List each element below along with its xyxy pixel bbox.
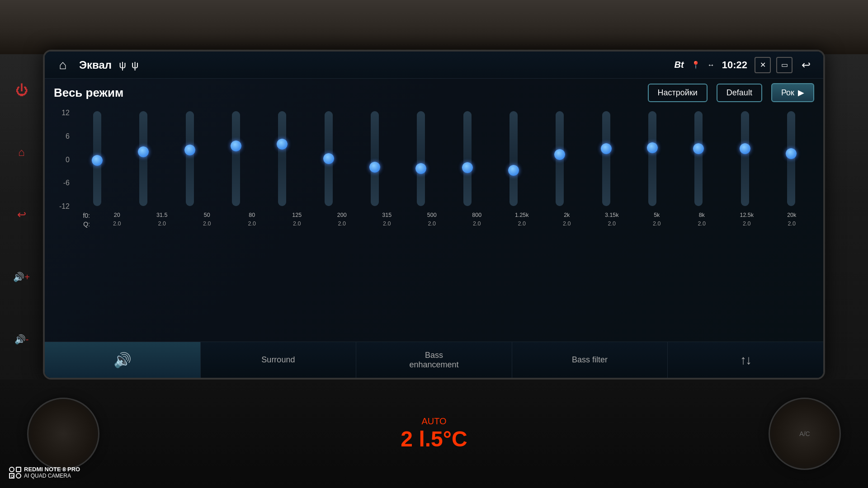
eq-band-12.5k[interactable] xyxy=(722,107,768,211)
scale-12: 12 xyxy=(54,109,70,117)
slider-track-8k[interactable] xyxy=(694,111,703,206)
nav-right-icons: ✕ ▭ ↩ xyxy=(755,57,814,73)
scale-0: 0 xyxy=(54,156,70,164)
eq-bands-area: f0: 2031.550801252003155008001.25k2k3.15… xyxy=(74,107,814,338)
slider-thumb-80 xyxy=(231,141,241,151)
tab-equalizer[interactable]: 🔊 xyxy=(45,342,201,378)
bluetooth-icon: Bt xyxy=(675,60,684,70)
eq-band-8k[interactable] xyxy=(675,107,722,211)
window-button[interactable]: ▭ xyxy=(776,57,793,73)
tab-surround[interactable]: Surround xyxy=(201,342,357,378)
eq-band-500[interactable] xyxy=(398,107,444,211)
slider-thumb-125 xyxy=(277,139,288,150)
home-nav-icon[interactable]: ⌂ xyxy=(54,56,72,74)
slider-track-31.5[interactable] xyxy=(139,111,147,206)
eq-scale: 12 6 0 -6 -12 xyxy=(54,107,74,211)
left-dial[interactable] xyxy=(27,398,99,470)
slider-thumb-31.5 xyxy=(138,146,149,157)
slider-track-3.15k[interactable] xyxy=(602,111,610,206)
freq-label-2k: 2k xyxy=(544,212,590,219)
slider-track-200[interactable] xyxy=(325,111,333,206)
eq-band-31.5[interactable] xyxy=(120,107,166,211)
freq-label-5k: 5k xyxy=(634,212,679,219)
slider-track-12.5k[interactable] xyxy=(741,111,749,206)
preset-button[interactable]: Рок ▶ xyxy=(771,83,814,102)
eq-band-50[interactable] xyxy=(167,107,213,211)
q-label-12.5k: 2.0 xyxy=(724,221,769,228)
q-label-200: 2.0 xyxy=(320,221,365,228)
slider-track-20[interactable] xyxy=(93,111,101,206)
eq-band-800[interactable] xyxy=(444,107,491,211)
center-display: AUTO 2 l.5°C xyxy=(401,416,467,451)
preset-label: Рок xyxy=(781,88,794,98)
slider-track-20k[interactable] xyxy=(787,111,795,206)
volume-up-button[interactable]: 🔊+ xyxy=(10,266,33,288)
slider-track-500[interactable] xyxy=(417,111,425,206)
q-label-20: 2.0 xyxy=(94,221,140,228)
eq-controls-row: Весь режим Настройки Default Рок ▶ xyxy=(54,83,814,102)
freq-label-1.25k: 1.25k xyxy=(500,212,545,219)
q-label-31.5: 2.0 xyxy=(140,221,185,228)
slider-thumb-1.25k xyxy=(508,165,519,176)
nav-bar: ⌂ Эквал ψ ψ Bt 📍 ↔ 10:22 ✕ ▭ ↩ xyxy=(45,52,823,79)
scale-neg12: -12 xyxy=(54,202,70,211)
slider-track-315[interactable] xyxy=(371,111,379,206)
tab-bass-enhancement[interactable]: Bassenhancement xyxy=(356,342,512,378)
freq-label-20: 20 xyxy=(94,212,140,219)
eq-tab-icon: 🔊 xyxy=(113,352,132,369)
q-label-5k: 2.0 xyxy=(634,221,679,228)
slider-thumb-3.15k xyxy=(601,143,612,154)
freq-label-12.5k: 12.5k xyxy=(724,212,769,219)
slider-track-80[interactable] xyxy=(232,111,240,206)
nav-icon-2[interactable]: ψ xyxy=(132,59,139,71)
right-dial[interactable]: A/C xyxy=(769,398,841,470)
surround-label: Surround xyxy=(261,355,295,365)
settings-eq-icon: ↑↓ xyxy=(740,353,751,367)
watermark-line2: AI QUAD CAMERA xyxy=(24,473,80,479)
eq-band-1.25k[interactable] xyxy=(491,107,537,211)
slider-track-50[interactable] xyxy=(186,111,194,206)
volume-down-button[interactable]: 🔊- xyxy=(10,328,33,351)
eq-band-20k[interactable] xyxy=(768,107,814,211)
q-label-50: 2.0 xyxy=(184,221,230,228)
nav-left: ⌂ Эквал ψ ψ xyxy=(54,56,675,74)
power-button[interactable]: ⏻ xyxy=(10,79,33,101)
default-button[interactable]: Default xyxy=(717,84,762,102)
preset-arrow: ▶ xyxy=(798,88,804,98)
slider-track-2k[interactable] xyxy=(556,111,564,206)
eq-band-5k[interactable] xyxy=(629,107,675,211)
settings-button[interactable]: Настройки xyxy=(648,84,708,102)
watermark-line1: REDMI NOTE 8 PRO xyxy=(24,466,80,473)
slider-track-125[interactable] xyxy=(278,111,286,206)
slider-track-5k[interactable] xyxy=(648,111,656,206)
bottom-tabs: 🔊 Surround Bassenhancement Bass filter ↑… xyxy=(45,342,823,378)
nav-icon-1[interactable]: ψ xyxy=(119,59,126,71)
eq-band-2k[interactable] xyxy=(537,107,583,211)
freq-label-31.5: 31.5 xyxy=(140,212,185,219)
bass-enhancement-label: Bassenhancement xyxy=(409,351,458,370)
slider-thumb-800 xyxy=(462,162,473,173)
eq-band-80[interactable] xyxy=(213,107,259,211)
home-side-button[interactable]: ⌂ xyxy=(10,141,33,164)
tab-settings-eq[interactable]: ↑↓ xyxy=(668,342,823,378)
slider-thumb-50 xyxy=(184,145,195,155)
back-side-button[interactable]: ↩ xyxy=(10,203,33,226)
eq-band-3.15k[interactable] xyxy=(583,107,629,211)
freq-row-label: f0: xyxy=(74,212,94,219)
q-label-315: 2.0 xyxy=(364,221,410,228)
slider-track-1.25k[interactable] xyxy=(509,111,518,206)
eq-band-20[interactable] xyxy=(74,107,120,211)
eq-bands-wrapper: 12 6 0 -6 -12 f0: 2031.55080125200315500… xyxy=(54,107,814,338)
eq-band-315[interactable] xyxy=(352,107,398,211)
slider-thumb-315 xyxy=(369,162,380,173)
slider-thumb-200 xyxy=(323,153,334,164)
eq-band-125[interactable] xyxy=(259,107,305,211)
slider-track-800[interactable] xyxy=(463,111,472,206)
eq-band-200[interactable] xyxy=(306,107,352,211)
back-button[interactable]: ↩ xyxy=(798,57,814,73)
tab-bass-filter[interactable]: Bass filter xyxy=(512,342,668,378)
q-label-125: 2.0 xyxy=(274,221,320,228)
q-row-header: Q: 2.02.02.02.02.02.02.02.02.02.02.02.02… xyxy=(74,221,814,228)
close-button[interactable]: ✕ xyxy=(755,57,771,73)
freq-label-20k: 20k xyxy=(769,212,815,219)
